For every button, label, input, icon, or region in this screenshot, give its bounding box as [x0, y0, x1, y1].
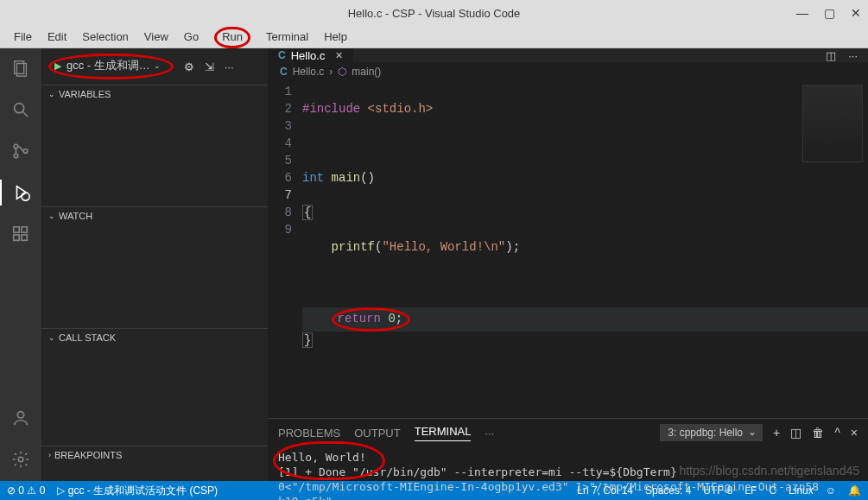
search-icon[interactable]	[0, 97, 41, 123]
watch-section[interactable]: ⌄WATCH	[41, 206, 268, 225]
svg-rect-11	[22, 235, 27, 240]
svg-rect-10	[14, 235, 19, 240]
split-terminal-icon[interactable]: ◫	[790, 426, 801, 440]
status-errors[interactable]: ⊘ 0 ⚠ 0	[7, 484, 45, 497]
panel-more[interactable]: ···	[485, 427, 494, 440]
chevron-down-icon: ⌄	[154, 61, 161, 70]
svg-point-14	[18, 457, 23, 462]
svg-point-2	[15, 104, 24, 113]
more-icon[interactable]: ···	[225, 60, 234, 73]
extensions-icon[interactable]	[0, 221, 41, 247]
c-file-icon: C	[278, 49, 286, 61]
svg-point-4	[14, 144, 18, 149]
minimize-button[interactable]: —	[796, 6, 808, 20]
terminal-selector[interactable]: 3: cppdbg: Hello	[660, 424, 763, 441]
line-gutter: 123456789	[268, 83, 302, 418]
variables-section[interactable]: ⌄VARIABLES	[41, 85, 268, 103]
breadcrumb[interactable]: C Hello.c › ⬡ main()	[268, 62, 868, 81]
menu-terminal[interactable]: Terminal	[259, 28, 315, 46]
breakpoints-section[interactable]: ›BREAKPOINTS	[41, 446, 268, 464]
output-tab[interactable]: OUTPUT	[354, 427, 400, 440]
close-panel-icon[interactable]: ×	[851, 426, 858, 440]
title-bar: Hello.c - CSP - Visual Studio Code — ▢ ✕	[0, 0, 868, 26]
menu-file[interactable]: File	[7, 28, 39, 46]
menu-bar: File Edit Selection View Go Run Terminal…	[0, 26, 868, 48]
editor-tabs: C Hello.c × ◫ ···	[268, 48, 868, 62]
explorer-icon[interactable]	[0, 55, 41, 81]
debug-console-icon[interactable]: ⇲	[205, 60, 214, 73]
tab-label: Hello.c	[291, 49, 326, 62]
split-editor-icon[interactable]: ◫	[826, 49, 836, 62]
editor-more-icon[interactable]: ···	[848, 49, 858, 62]
editor-area: C Hello.c × ◫ ··· C Hello.c › ⬡ main() 1…	[268, 48, 868, 481]
close-tab-icon[interactable]: ×	[335, 48, 342, 62]
settings-icon[interactable]	[0, 446, 41, 472]
menu-run[interactable]: Run	[207, 28, 257, 46]
debug-sidebar: ▶ gcc - 生成和调…⌄ ⚙ ⇲ ··· ⌄VARIABLES ⌄WATCH…	[41, 48, 268, 481]
svg-rect-12	[22, 227, 27, 232]
menu-selection[interactable]: Selection	[75, 28, 135, 46]
menu-edit[interactable]: Edit	[41, 28, 73, 46]
callstack-section[interactable]: ⌄CALL STACK	[41, 328, 268, 346]
run-debug-icon[interactable]	[0, 180, 41, 206]
chevron-down-icon: ⌄	[48, 90, 55, 98]
annotation-circle	[273, 441, 385, 480]
status-debug-config[interactable]: ▷ gcc - 生成和调试活动文件 (CSP)	[57, 484, 218, 498]
terminal-output[interactable]: Hello, World! [1] + Done "/usr/bin/gdb" …	[268, 446, 868, 500]
symbol-icon: ⬡	[338, 66, 346, 78]
c-file-icon: C	[280, 66, 288, 78]
play-icon: ▶	[54, 60, 61, 72]
terminal-tab[interactable]: TERMINAL	[415, 425, 472, 441]
code-editor[interactable]: 123456789 #include <stdio.h> int main() …	[268, 81, 868, 418]
chevron-down-icon: ⌄	[48, 212, 55, 220]
svg-line-3	[23, 112, 29, 117]
account-icon[interactable]	[0, 405, 41, 431]
svg-point-6	[23, 149, 28, 154]
activity-bar	[0, 48, 41, 481]
maximize-button[interactable]: ▢	[824, 6, 835, 20]
chevron-down-icon: ⌄	[48, 333, 55, 342]
problems-tab[interactable]: PROBLEMS	[278, 427, 340, 440]
gear-icon[interactable]: ⚙	[184, 60, 194, 73]
svg-point-5	[14, 154, 18, 158]
debug-config-dropdown[interactable]: gcc - 生成和调…⌄	[61, 56, 166, 75]
svg-rect-9	[14, 227, 19, 232]
bottom-panel: PROBLEMS OUTPUT TERMINAL ··· 3: cppdbg: …	[268, 418, 868, 500]
kill-terminal-icon[interactable]: 🗑	[812, 426, 824, 440]
menu-go[interactable]: Go	[177, 28, 206, 46]
menu-view[interactable]: View	[137, 28, 175, 46]
new-terminal-icon[interactable]: +	[773, 426, 780, 440]
svg-point-13	[17, 412, 23, 418]
tab-hello-c[interactable]: C Hello.c ×	[268, 48, 354, 62]
close-button[interactable]: ✕	[851, 6, 861, 20]
window-title: Hello.c - CSP - Visual Studio Code	[348, 7, 521, 20]
source-control-icon[interactable]	[0, 138, 41, 164]
menu-help[interactable]: Help	[317, 28, 354, 46]
minimap[interactable]	[802, 85, 863, 162]
maximize-panel-icon[interactable]: ^	[834, 426, 840, 440]
start-debug-button[interactable]: ▶ gcc - 生成和调…⌄	[48, 54, 174, 79]
chevron-right-icon: ›	[48, 451, 51, 459]
